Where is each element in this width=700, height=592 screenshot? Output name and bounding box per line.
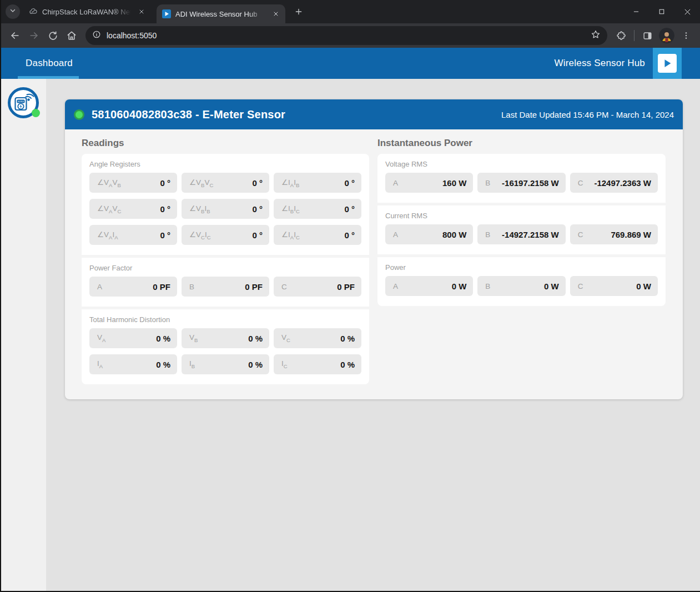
minimize-button[interactable]: [623, 0, 649, 23]
new-tab-button[interactable]: [291, 4, 306, 19]
extensions-puzzle-icon[interactable]: [612, 26, 631, 45]
metric-value: -12497.2363 W: [594, 178, 651, 188]
metric-field: ∠VBVC0 °: [182, 173, 269, 193]
metric-field: ∠VCIC0 °: [182, 225, 269, 245]
metric-value: 0 °: [160, 230, 170, 240]
metric-label: ∠VAVC: [97, 204, 121, 214]
metric-value: 0 PF: [337, 282, 355, 292]
forward-button[interactable]: [24, 26, 43, 45]
metric-value: -16197.2158 W: [502, 178, 559, 188]
metric-field: VC0 %: [274, 328, 361, 348]
metric-field: ∠VBIB0 °: [182, 199, 269, 219]
section-label: Power Factor: [89, 264, 361, 272]
metric-label: IB: [189, 359, 195, 369]
metric-label: C: [578, 230, 583, 239]
url-text[interactable]: localhost:5050: [107, 31, 157, 40]
section-label: Angle Registers: [89, 160, 361, 168]
brand-title: Wireless Sensor Hub: [555, 58, 653, 69]
chirpstack-cloud-icon: [29, 7, 38, 16]
profile-avatar[interactable]: [659, 28, 674, 43]
play-badge-icon: [162, 9, 171, 18]
url-bar[interactable]: localhost:5050: [85, 26, 607, 45]
tab-adi-wireless-sensor-hub[interactable]: ADI Wireless Sensor Hub: [157, 4, 285, 23]
metric-value: 0 W: [544, 282, 559, 291]
back-button[interactable]: [6, 26, 24, 45]
close-tab-icon[interactable]: [271, 9, 281, 19]
bookmark-star-icon[interactable]: [591, 29, 601, 42]
metric-field: A0 PF: [89, 277, 177, 297]
metric-grid: A0 WB0 WC0 W: [385, 276, 658, 296]
metric-value: 0 %: [340, 360, 355, 369]
metric-field: C0 W: [570, 276, 658, 296]
green-status-dot: [74, 109, 84, 120]
tab-search-button[interactable]: [6, 4, 20, 19]
toolbar-separator: [634, 30, 634, 41]
metric-label: ∠VBIB: [189, 204, 210, 214]
close-tab-icon[interactable]: [137, 7, 147, 17]
metric-label: ∠VCIC: [189, 230, 211, 240]
metric-value: 0 %: [156, 360, 170, 369]
tab-title: ChirpStack LoRaWAN® Network: [42, 8, 131, 16]
play-badge-icon: [658, 54, 677, 73]
app-body: 5810604082803c38 - E-Meter Sensor Last D…: [1, 79, 700, 591]
metric-field: C769.869 W: [570, 224, 658, 244]
section-voltage-rms: Voltage RMSA160 WB-16197.2158 WC-12497.2…: [377, 154, 666, 203]
metric-label: A: [393, 282, 398, 290]
metric-field: B-16197.2158 W: [477, 173, 565, 193]
section-angle-registers: Angle Registers∠VAVB0 °∠VBVC0 °∠IAIB0 °∠…: [82, 154, 369, 255]
metric-value: 0 PF: [153, 282, 170, 292]
metric-grid: A0 PFB0 PFC0 PF: [89, 277, 361, 297]
metric-label: VB: [189, 333, 198, 343]
metric-field: ∠VAIA0 °: [89, 225, 177, 245]
metric-label: A: [97, 283, 102, 291]
metric-field: IB0 %: [182, 354, 269, 374]
section-total-harmonic-distortion: Total Harmonic DistortionVA0 %VB0 %VC0 %…: [82, 309, 369, 384]
sidebar: [1, 79, 46, 591]
metric-value: 0 W: [452, 282, 467, 291]
instantaneous-power-column: Instantaneous Power Voltage RMSA160 WB-1…: [377, 138, 666, 384]
close-window-button[interactable]: [674, 0, 700, 23]
metric-field: C0 PF: [274, 277, 361, 297]
metric-field: IC0 %: [274, 354, 361, 374]
metric-field: B-14927.2158 W: [477, 224, 565, 244]
section-power-factor: Power FactorA0 PFB0 PFC0 PF: [82, 258, 369, 307]
home-button[interactable]: [62, 26, 81, 45]
metric-value: 160 W: [442, 178, 466, 188]
metric-field: VB0 %: [182, 328, 269, 348]
metric-value: 0 °: [344, 178, 355, 188]
browser-window: ChirpStack LoRaWAN® Network ADI Wireless…: [0, 0, 700, 592]
site-info-icon[interactable]: [92, 30, 101, 41]
metric-label: A: [393, 179, 398, 187]
section-power: PowerA0 WB0 WC0 W: [377, 257, 666, 306]
metric-field: ∠VAVC0 °: [89, 199, 177, 219]
metric-field: A800 W: [385, 224, 473, 244]
kebab-menu-icon[interactable]: [677, 26, 696, 45]
metric-value: 0 °: [344, 230, 355, 240]
readings-panels: Angle Registers∠VAVB0 °∠VBVC0 °∠IAIB0 °∠…: [82, 154, 369, 384]
metric-value: 0 %: [340, 334, 355, 343]
section-label: Current RMS: [385, 212, 658, 220]
metric-field: ∠IAIB0 °: [274, 173, 361, 193]
metric-value: 769.869 W: [611, 230, 651, 239]
metric-value: 0 %: [248, 334, 263, 343]
metric-label: ∠IAIC: [281, 230, 300, 240]
brand-logo-button[interactable]: [653, 48, 682, 79]
side-panel-icon[interactable]: [638, 26, 657, 45]
metric-grid: A800 WB-14927.2158 WC769.869 W: [385, 224, 658, 244]
nav-item-dashboard[interactable]: Dashboard: [26, 58, 73, 69]
maximize-button[interactable]: [649, 0, 674, 23]
metric-label: B: [485, 179, 490, 187]
metric-label: B: [485, 230, 490, 239]
metric-label: ∠IBIC: [281, 204, 300, 214]
browser-titlebar: ChirpStack LoRaWAN® Network ADI Wireless…: [1, 0, 700, 23]
metric-label: ∠IAIB: [281, 178, 299, 188]
metric-value: 0 °: [344, 204, 355, 214]
reload-button[interactable]: [43, 26, 62, 45]
sidebar-item-emeter-device[interactable]: [7, 87, 41, 120]
tab-chirpstack[interactable]: ChirpStack LoRaWAN® Network: [23, 0, 151, 23]
metric-value: 0 PF: [245, 282, 263, 292]
app-header: Dashboard Wireless Sensor Hub: [1, 48, 700, 79]
metric-field: ∠VAVB0 °: [89, 173, 177, 193]
device-card-header: 5810604082803c38 - E-Meter Sensor Last D…: [65, 99, 683, 129]
metric-label: IA: [97, 359, 103, 369]
